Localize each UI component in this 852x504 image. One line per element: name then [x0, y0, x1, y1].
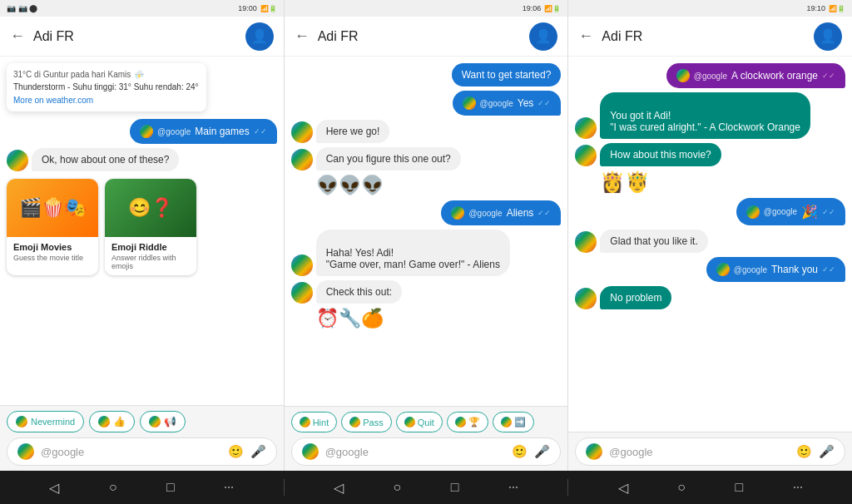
- quick-btn-nevermind[interactable]: Nevermind: [7, 411, 84, 432]
- quick-btn-thumbs[interactable]: 👍: [89, 411, 135, 432]
- ga-avatar-ok: [7, 150, 28, 171]
- text-ok: Ok, how about one of these?: [42, 154, 169, 166]
- quick-btn-hint[interactable]: Hint: [291, 412, 338, 432]
- nav-section-1: ◁ ○ □ ⋯: [0, 480, 284, 496]
- ga-avatar-haha: [291, 254, 313, 276]
- status-bar-panel3: 19:10 📶🔋: [568, 0, 852, 17]
- chat-panel-1: ← Adi FR 👤 31°C di Guntur pada hari Kami…: [0, 17, 285, 471]
- emoji-icon-1[interactable]: 🙂: [228, 444, 244, 459]
- status-bar-panel2: 19:06 📶🔋: [285, 0, 569, 17]
- bubble-thankyou: @google Thank you ✓✓: [706, 257, 845, 282]
- dots-nav-2[interactable]: ⋯: [508, 482, 518, 493]
- chat-area-2[interactable]: Want to get started? @google Yes ✓✓: [285, 57, 568, 406]
- sender-clockwork: @google: [694, 72, 727, 81]
- text-howabout: How about this movie?: [610, 149, 711, 161]
- bubble-yougot: You got it Adi! "I was cured alright." -…: [600, 92, 810, 139]
- status-time-p1: 19:00: [238, 4, 257, 12]
- chat-header-3: ← Adi FR 👤: [568, 17, 852, 57]
- status-signal-p1: 📶🔋: [260, 5, 277, 12]
- game-card-emoji-movies[interactable]: 🎬🍿🎭 Emoji Movies Guess the movie title: [7, 179, 98, 275]
- nav-bar: ◁ ○ □ ⋯ ◁ ○ □ ⋯ ◁ ○ □ ⋯: [0, 471, 852, 504]
- emoji-icon-3[interactable]: 🙂: [796, 444, 812, 459]
- check-thankyou: ✓✓: [822, 265, 835, 274]
- quick-actions-1: Nevermind 👍 📢: [7, 411, 277, 432]
- game-card-emoji-riddle[interactable]: 😊❓ Emoji Riddle Answer riddles with emoj…: [105, 179, 196, 275]
- bubble-noproblem: No problem: [600, 286, 671, 309]
- back-nav-2[interactable]: ◁: [334, 480, 344, 496]
- chat-panel-3: ← Adi FR 👤 @google A clockwork orange ✓✓: [568, 17, 852, 471]
- emoji-princess: 👸🤴: [600, 170, 650, 194]
- text-party: 🎉: [801, 204, 818, 220]
- mic-icon-2[interactable]: 🎤: [534, 444, 550, 459]
- text-input-3[interactable]: @google 🙂 🎤: [575, 437, 845, 466]
- sender-thankyou: @google: [734, 265, 767, 274]
- text-haha: Haha! Yes! Adi! "Game over, man! Game ov…: [326, 247, 500, 270]
- msg-row-clockwork: @google A clockwork orange ✓✓: [575, 63, 845, 88]
- back-button-1[interactable]: ←: [10, 27, 25, 45]
- avatar-3: 👤: [814, 22, 842, 51]
- check-yes: ✓✓: [537, 99, 551, 107]
- ga-small-3: [586, 443, 602, 460]
- nav-section-2: ◁ ○ □ ⋯: [285, 480, 568, 496]
- msg-row-here: Here we go!: [291, 120, 562, 143]
- quick-btn-quit-label: Quit: [418, 418, 434, 427]
- weather-location: 31°C di Guntur pada hari Kamis: [13, 70, 131, 79]
- back-nav-3[interactable]: ◁: [618, 480, 628, 496]
- mic-icon-3[interactable]: 🎤: [819, 444, 835, 459]
- dots-nav-1[interactable]: ⋯: [224, 482, 234, 493]
- game-cards-row: 🎬🍿🎭 Emoji Movies Guess the movie title 😊…: [7, 179, 277, 275]
- header-title-2: Adi FR: [318, 29, 530, 44]
- dots-nav-3[interactable]: ⋯: [793, 482, 803, 493]
- msg-row-want: Want to get started?: [291, 63, 562, 86]
- bubble-aliens: @google Aliens ✓✓: [441, 200, 561, 225]
- ga-avatar-figure: [291, 149, 313, 170]
- game-card-emoji-movies-desc: Guess the movie title: [13, 254, 92, 262]
- back-nav-1[interactable]: ◁: [49, 480, 59, 496]
- text-yougot: You got it Adi! "I was cured alright." -…: [610, 110, 800, 133]
- emoji-clock: ⏰🔧🍊: [316, 308, 384, 329]
- text-input-1[interactable]: @google 🙂 🎤: [7, 437, 277, 466]
- input-placeholder-3: @google: [609, 446, 796, 458]
- status-bar-panel1: 📷 📷 ⬤ 19:00 📶🔋: [0, 0, 285, 17]
- ga-dot-trophy: [455, 417, 466, 427]
- back-button-3[interactable]: ←: [578, 27, 593, 45]
- ga-avatar-glad: [575, 231, 597, 253]
- home-nav-1[interactable]: ○: [109, 480, 117, 495]
- header-title-3: Adi FR: [602, 29, 814, 44]
- recent-nav-2[interactable]: □: [451, 480, 459, 495]
- quick-btn-trophy[interactable]: 🏆: [447, 412, 488, 432]
- ga-dot-main-games: [140, 125, 153, 138]
- quick-btn-arrow-label: ➡️: [514, 417, 526, 427]
- header-title-1: Adi FR: [33, 29, 245, 44]
- text-input-2[interactable]: @google 🙂 🎤: [291, 437, 562, 466]
- input-area-2: Hint Pass Quit 🏆: [285, 406, 568, 471]
- home-nav-2[interactable]: ○: [394, 480, 402, 495]
- emoji-icon-2[interactable]: 🙂: [512, 444, 528, 459]
- recent-nav-1[interactable]: □: [166, 480, 175, 495]
- ga-dot-arrow: [501, 417, 512, 427]
- mic-icon-1[interactable]: 🎤: [250, 444, 266, 459]
- chat-area-3[interactable]: @google A clockwork orange ✓✓ You got it…: [568, 57, 852, 432]
- check-aliens: ✓✓: [537, 209, 551, 217]
- emoji-aliens: 👽👽👽: [316, 175, 384, 196]
- weather-link[interactable]: More on weather.com: [13, 96, 200, 105]
- input-placeholder-1: @google: [41, 446, 228, 458]
- chat-area-1[interactable]: 31°C di Guntur pada hari Kamis ⛈️ Thunde…: [0, 57, 284, 405]
- msg-row-aliens: @google Aliens ✓✓: [291, 200, 562, 225]
- quick-btn-quit[interactable]: Quit: [396, 412, 443, 432]
- msg-row-glad: Glad that you like it.: [575, 230, 845, 253]
- ga-avatar-howabout: [575, 145, 597, 166]
- back-button-2[interactable]: ←: [295, 27, 310, 45]
- quick-btn-arrow[interactable]: ➡️: [493, 412, 534, 432]
- msg-row-thankyou: @google Thank you ✓✓: [575, 257, 845, 282]
- quick-btn-speaker[interactable]: 📢: [140, 411, 186, 432]
- msg-row-haha: Haha! Yes! Adi! "Game over, man! Game ov…: [291, 230, 562, 276]
- avatar-1: 👤: [245, 22, 274, 51]
- home-nav-3[interactable]: ○: [677, 480, 686, 495]
- game-card-emoji-riddle-img: 😊❓: [105, 179, 196, 237]
- recent-nav-3[interactable]: □: [735, 480, 743, 495]
- bubble-ok: Ok, how about one of these?: [32, 148, 179, 171]
- text-figure: Can you figure this one out?: [326, 153, 451, 165]
- check-clockwork: ✓✓: [822, 72, 835, 80]
- quick-btn-pass[interactable]: Pass: [341, 412, 391, 432]
